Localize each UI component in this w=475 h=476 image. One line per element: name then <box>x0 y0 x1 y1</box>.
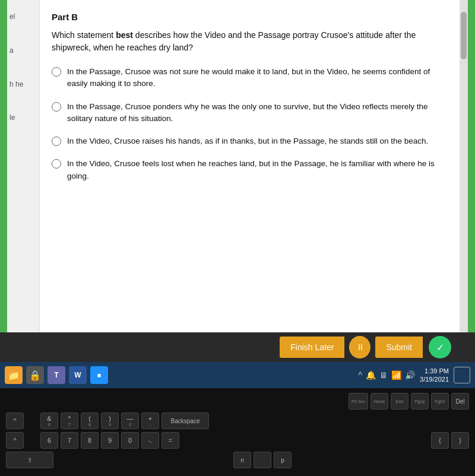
sidebar-text-4: le <box>7 113 39 123</box>
key-end[interactable]: End <box>391 393 408 410</box>
radio-c[interactable] <box>52 137 61 146</box>
key-0[interactable]: 0 <box>121 432 139 449</box>
key-equals[interactable]: = <box>162 432 179 449</box>
sidebar: el a h he le <box>7 0 40 332</box>
key-7[interactable]: 7 <box>61 432 78 449</box>
key-8[interactable]: 8 <box>81 432 99 449</box>
key-pgup[interactable]: PgUp <box>411 393 429 410</box>
kb-row-bottom: ^ 6 7 8 9 0 -. = { } <box>6 432 469 449</box>
key-backspace[interactable]: Backspace <box>162 412 209 429</box>
key-p[interactable]: p <box>274 452 292 468</box>
key-m-placeholder[interactable] <box>254 452 271 468</box>
show-desktop-button[interactable] <box>454 367 470 383</box>
key-n[interactable]: n <box>233 452 251 468</box>
keyboard: Prt Scn Home End PgUp PgDn Del ^ & 6 *7 … <box>0 388 475 476</box>
option-c-text: In the Video, Crusoe raises his hands, a… <box>67 135 428 147</box>
key-ampersand[interactable]: & 6 <box>40 412 58 429</box>
key-plus[interactable]: +-. <box>141 412 159 429</box>
taskbar-word-icon[interactable]: W <box>69 366 87 384</box>
kb-row-numbers: ^ & 6 *7 (8 )9 —0 +-. Backspace <box>6 412 469 429</box>
taskbar-lock-icon[interactable]: 🔒 <box>26 366 44 384</box>
taskbar-teams-icon[interactable]: T <box>48 366 65 384</box>
tray-speaker[interactable]: 🔔 <box>366 370 376 380</box>
tray-wifi[interactable]: 📶 <box>391 370 401 380</box>
tray-screen[interactable]: 🖥 <box>379 370 388 380</box>
key-del[interactable]: Del <box>451 393 469 410</box>
key-6[interactable]: 6 <box>40 432 58 449</box>
question-text: Which statement best describes how the V… <box>52 29 442 54</box>
key-dash[interactable]: —0 <box>121 412 139 429</box>
tray-volume[interactable]: 🔊 <box>405 370 415 380</box>
options-list: In the Passage, Crusoe was not sure he w… <box>52 66 442 182</box>
option-b[interactable]: In the Passage, Crusoe ponders why he wa… <box>52 101 442 125</box>
key-lparen[interactable]: (8 <box>81 412 99 429</box>
check-button[interactable]: ✓ <box>429 336 451 358</box>
finish-later-button[interactable]: Finish Later <box>280 337 344 358</box>
key-bottom-caret[interactable]: ^ <box>6 432 24 449</box>
key-caret-left[interactable]: ^ <box>6 412 24 429</box>
taskbar-right: ^ 🔔 🖥 📶 🔊 1:39 PM 3/19/2021 <box>358 367 470 384</box>
clock-date: 3/19/2021 <box>420 375 449 383</box>
radio-a[interactable] <box>52 67 61 77</box>
green-border-left <box>0 0 7 332</box>
screen-area: el a h he le Part B Which statement best… <box>0 0 475 332</box>
kb-row-fn: Prt Scn Home End PgUp PgDn Del <box>6 393 469 410</box>
key-lbrace[interactable]: { <box>431 432 449 449</box>
key-minus-dot[interactable]: -. <box>141 432 159 449</box>
sidebar-text-3: h he <box>7 80 39 90</box>
tray-chevron[interactable]: ^ <box>358 370 362 380</box>
option-c[interactable]: In the Video, Crusoe raises his hands, a… <box>52 135 442 147</box>
key-shift-left[interactable]: ⇧ <box>6 452 53 468</box>
option-a[interactable]: In the Passage, Crusoe was not sure he w… <box>52 66 442 90</box>
option-d-text: In the Video, Crusoe feels lost when he … <box>67 158 442 182</box>
taskbar-blue-icon[interactable]: ■ <box>90 366 108 384</box>
option-a-text: In the Passage, Crusoe was not sure he w… <box>67 66 442 90</box>
key-home[interactable]: Home <box>370 393 388 410</box>
system-tray: ^ 🔔 🖥 📶 🔊 <box>358 370 415 380</box>
key-9[interactable]: 9 <box>101 432 119 449</box>
pause-button[interactable]: II <box>349 336 370 358</box>
button-group: Finish Later II Submit ✓ <box>280 336 451 358</box>
radio-d[interactable] <box>52 159 61 169</box>
option-b-text: In the Passage, Crusoe ponders why he wa… <box>67 101 442 125</box>
clock-time: 1:39 PM <box>420 367 449 375</box>
sidebar-text-1: el <box>7 12 39 22</box>
radio-b[interactable] <box>52 102 61 112</box>
scrollbar-thumb[interactable] <box>461 12 467 59</box>
taskbar-folder-icon[interactable]: 📁 <box>5 366 23 384</box>
key-pgdn[interactable]: PgDn <box>431 393 449 410</box>
submit-button[interactable]: Submit <box>375 337 423 358</box>
quiz-content: Part B Which statement best describes ho… <box>40 0 460 332</box>
key-rparen[interactable]: )9 <box>101 412 119 429</box>
part-label: Part B <box>52 12 442 22</box>
key-rbrace[interactable]: } <box>451 432 469 449</box>
green-border-right <box>468 0 475 332</box>
taskbar: 📁 🔒 T W ■ ^ 🔔 🖥 📶 🔊 1:39 PM 3/19/2021 <box>0 362 475 388</box>
clock: 1:39 PM 3/19/2021 <box>420 367 449 384</box>
scrollbar[interactable] <box>460 0 468 332</box>
kb-row-letters: ⇧ n p <box>6 452 469 468</box>
key-prtscn[interactable]: Prt Scn <box>349 393 368 410</box>
sidebar-text-2: a <box>7 46 39 56</box>
content-panel: Part B Which statement best describes ho… <box>40 0 460 332</box>
key-asterisk[interactable]: *7 <box>61 412 78 429</box>
option-d[interactable]: In the Video, Crusoe feels lost when he … <box>52 158 442 182</box>
action-bar: Finish Later II Submit ✓ <box>0 332 475 362</box>
